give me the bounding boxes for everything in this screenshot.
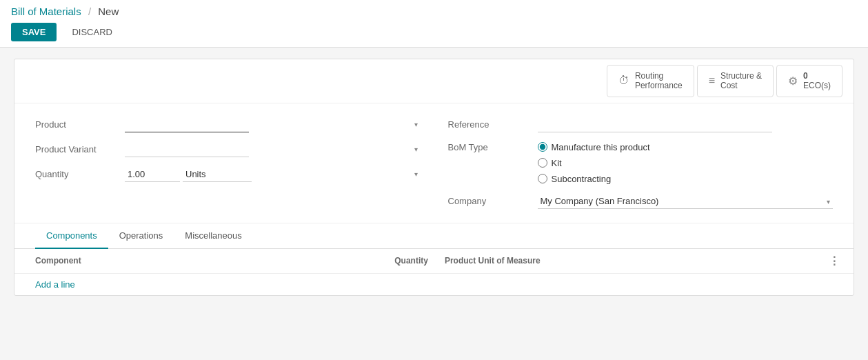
reference-row: Reference: [448, 117, 834, 132]
quantity-input[interactable]: [125, 167, 180, 182]
company-label: Company: [448, 196, 538, 206]
breadcrumb: Bill of Materials / New: [11, 6, 857, 17]
routing-performance-line1: Routing: [635, 71, 683, 81]
product-label: Product: [35, 119, 125, 130]
quantity-field: Units kg L m ▾: [125, 167, 421, 182]
list-icon: ≡: [709, 74, 715, 87]
tab-miscellaneous[interactable]: Miscellaneous: [174, 223, 252, 249]
reference-input[interactable]: [538, 117, 772, 132]
company-field: My Company (San Francisco) ▾: [538, 194, 834, 209]
ecos-label: ECO(s): [803, 81, 831, 90]
product-row: Product ▾: [35, 117, 421, 132]
bom-type-subcontracting[interactable]: Subcontracting: [538, 174, 650, 184]
form-left: Product ▾ Product Variant ▾: [35, 117, 421, 209]
bom-type-manufacture[interactable]: Manufacture this product: [538, 142, 650, 152]
tab-components[interactable]: Components: [35, 223, 108, 249]
tab-operations[interactable]: Operations: [108, 223, 174, 249]
bom-type-subcontracting-radio[interactable]: [538, 174, 547, 183]
add-line-cell: Add a line: [14, 273, 268, 295]
bom-type-kit-label: Kit: [552, 158, 562, 168]
add-line-button[interactable]: Add a line: [35, 279, 75, 290]
table-header-row: Component Quantity Product Unit of Measu…: [14, 249, 854, 274]
bom-type-subcontracting-label: Subcontracting: [552, 174, 612, 184]
structure-cost-button[interactable]: ≡ Structure & Cost: [697, 65, 774, 97]
unit-col-header: Product Unit of Measure: [436, 249, 815, 274]
main-content: ⏱ Routing Performance ≡ Structure & Cost…: [0, 48, 868, 307]
form-body: Product ▾ Product Variant ▾: [14, 103, 854, 223]
breadcrumb-separator: /: [88, 6, 91, 17]
routing-performance-line2: Performance: [635, 81, 683, 90]
units-select[interactable]: Units kg L m: [183, 167, 252, 182]
components-table-section: Component Quantity Product Unit of Measu…: [14, 249, 854, 295]
smart-buttons-row: ⏱ Routing Performance ≡ Structure & Cost…: [14, 59, 854, 103]
bom-type-options: Manufacture this product Kit Subcontract…: [538, 142, 650, 184]
product-variant-select[interactable]: [125, 142, 249, 157]
component-col-header: Component: [14, 249, 268, 274]
add-line-actions-cell: [815, 273, 854, 295]
reference-field: [538, 117, 834, 132]
top-bar: Bill of Materials / New SAVE DISCARD: [0, 0, 868, 48]
discard-button[interactable]: DISCARD: [62, 23, 122, 41]
reference-label: Reference: [448, 119, 538, 130]
table-actions-icon[interactable]: ⋮: [823, 252, 845, 270]
product-input[interactable]: [125, 117, 249, 132]
product-variant-dropdown-icon: ▾: [414, 146, 418, 153]
clock-icon: ⏱: [618, 74, 629, 87]
add-line-row: Add a line: [14, 273, 854, 295]
gear-icon: ⚙: [788, 74, 798, 88]
bom-type-kit-radio[interactable]: [538, 158, 547, 168]
add-line-unit-cell: [436, 273, 815, 295]
breadcrumb-parent[interactable]: Bill of Materials: [11, 6, 81, 17]
product-dropdown-icon: ▾: [414, 121, 418, 128]
structure-cost-line2: Cost: [720, 81, 762, 90]
company-select[interactable]: My Company (San Francisco): [538, 194, 834, 209]
product-variant-row: Product Variant ▾: [35, 142, 421, 157]
quantity-col-header: Quantity: [268, 249, 436, 274]
action-buttons: SAVE DISCARD: [11, 23, 857, 41]
components-table: Component Quantity Product Unit of Measu…: [14, 249, 854, 295]
product-field: ▾: [125, 117, 421, 132]
units-wrapper: Units kg L m ▾: [183, 167, 421, 182]
quantity-row: Quantity Units kg L m ▾: [35, 167, 421, 182]
add-line-qty-cell: [268, 273, 436, 295]
save-button[interactable]: SAVE: [11, 23, 57, 41]
product-variant-field: ▾: [125, 142, 421, 157]
units-dropdown-icon: ▾: [414, 170, 418, 178]
form-card: ⏱ Routing Performance ≡ Structure & Cost…: [14, 59, 854, 296]
tabs-section: Components Operations Miscellaneous: [14, 223, 854, 249]
ecos-button[interactable]: ⚙ 0 ECO(s): [776, 65, 842, 97]
structure-cost-line1: Structure &: [720, 71, 762, 81]
bom-type-manufacture-radio[interactable]: [538, 142, 547, 152]
ecos-count: 0: [803, 71, 831, 81]
bom-type-kit[interactable]: Kit: [538, 158, 650, 168]
company-row: Company My Company (San Francisco) ▾: [448, 194, 834, 209]
routing-performance-button[interactable]: ⏱ Routing Performance: [607, 65, 694, 97]
actions-col-header: ⋮: [815, 249, 854, 274]
bom-type-row: BoM Type Manufacture this product Kit: [448, 142, 834, 184]
quantity-label: Quantity: [35, 169, 125, 179]
breadcrumb-current: New: [98, 6, 119, 17]
form-right: Reference BoM Type Manufacture this prod…: [448, 117, 834, 209]
bom-type-manufacture-label: Manufacture this product: [552, 142, 650, 152]
bom-type-label: BoM Type: [448, 142, 538, 152]
tabs-nav: Components Operations Miscellaneous: [14, 223, 854, 249]
product-variant-label: Product Variant: [35, 144, 125, 154]
